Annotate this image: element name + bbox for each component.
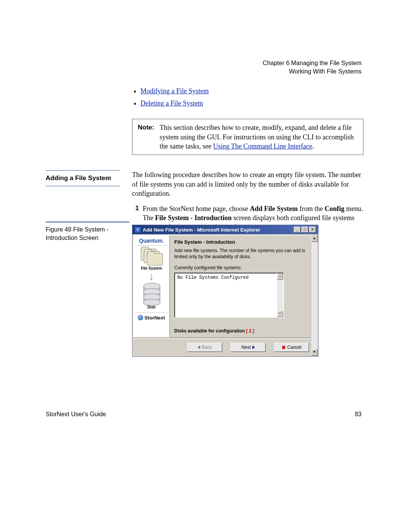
close-button[interactable]: × [309, 227, 316, 233]
section-intro: The following procedure describes how to… [132, 170, 363, 198]
vertical-scrollbar[interactable]: ▲ ▼ [311, 235, 317, 356]
page-footer: StorNext User's Guide 83 [46, 411, 362, 418]
next-label: Next [241, 345, 251, 350]
link-cli[interactable]: Using The Command Line Interface [213, 142, 312, 150]
cancel-x-icon: ✖ [282, 345, 286, 350]
dialog-buttons: Back Next ✖ Cancel [132, 339, 318, 356]
window-title: Add New File System - Microsoft Internet… [143, 227, 260, 233]
section-heading: Adding a File System [46, 170, 120, 186]
filesystem-icon-label: File System [141, 266, 162, 270]
pane-title: File System - Introduction [174, 239, 307, 245]
list-scroll-down-icon[interactable]: ▼ [277, 311, 283, 317]
disks-available-count: [ 2 ] [246, 328, 254, 334]
content-column: Modifying a File System Deleting a File … [132, 86, 363, 232]
configured-label: Currently configured file systems: [174, 265, 307, 270]
disks-available-label: Disks available for configuration [174, 328, 246, 334]
back-label: Back [202, 345, 212, 350]
link-deleting-fs[interactable]: Deleting a File System [140, 99, 203, 107]
window-controls: _ □ × [294, 227, 316, 233]
configured-list[interactable]: No File Systems Configured [174, 273, 277, 318]
note-box: Note: This section describes how to crea… [132, 119, 363, 155]
ie-icon: e [135, 227, 141, 233]
link-modifying-fs[interactable]: Modifying a File System [140, 87, 209, 95]
cancel-label: Cancel [287, 345, 301, 350]
stornext-orb-icon [138, 315, 143, 320]
footer-left: StorNext User's Guide [46, 411, 106, 418]
ie-window: e Add New File System - Microsoft Intern… [132, 225, 319, 357]
listbox-wrap: No File Systems Configured ▲ ▼ [174, 273, 284, 318]
filesystem-icon: File System [141, 249, 162, 270]
next-arrow-icon [252, 345, 255, 349]
back-arrow-icon [198, 345, 200, 349]
back-button[interactable]: Back [187, 343, 222, 352]
pane-description: Add new file systems. The number of file… [174, 248, 307, 260]
list-item: Modifying a File System [140, 86, 363, 97]
section-adding-fs: Adding a File System The following proce… [132, 170, 363, 232]
page-header: Chapter 6 Managing the File System Worki… [263, 59, 362, 75]
figure-caption: Figure 48 File System - Introduction Scr… [46, 222, 129, 242]
list-scrollbar[interactable]: ▲ ▼ [277, 273, 284, 318]
disk-icon: Disk [142, 283, 161, 309]
note-text: This section describes how to create, mo… [159, 123, 358, 151]
window-titlebar: e Add New File System - Microsoft Intern… [132, 225, 318, 234]
maximize-button[interactable]: □ [301, 227, 308, 233]
scroll-down-icon[interactable]: ▼ [311, 349, 317, 356]
quantum-logo: Quantum. [135, 238, 168, 246]
chapter-title: Chapter 6 Managing the File System [263, 59, 362, 67]
note-text-after: . [312, 142, 314, 150]
stornext-label: StorNext [144, 315, 165, 321]
next-button[interactable]: Next [231, 343, 266, 352]
disks-available-line: Disks available for configuration [ 2 ] [174, 328, 307, 334]
cancel-button[interactable]: ✖ Cancel [274, 343, 309, 352]
note-label: Note: [138, 123, 154, 151]
dialog-main: File System - Introduction Add new file … [170, 235, 312, 337]
list-item: Deleting a File System [140, 98, 363, 109]
dialog-sidebar: Quantum. File System ↓ [134, 235, 170, 337]
list-scroll-up-icon[interactable]: ▲ [277, 273, 283, 280]
footer-right: 83 [355, 411, 362, 418]
arrow-down-icon: ↓ [149, 273, 154, 280]
bullet-list: Modifying a File System Deleting a File … [132, 86, 363, 109]
minimize-button[interactable]: _ [294, 227, 301, 233]
dialog-body: Quantum. File System ↓ [133, 235, 312, 338]
section-title: Working With File Systems [263, 67, 362, 76]
stornext-logo: StorNext [135, 312, 168, 321]
scroll-up-icon[interactable]: ▲ [311, 235, 317, 242]
page: Chapter 6 Managing the File System Worki… [0, 0, 411, 532]
